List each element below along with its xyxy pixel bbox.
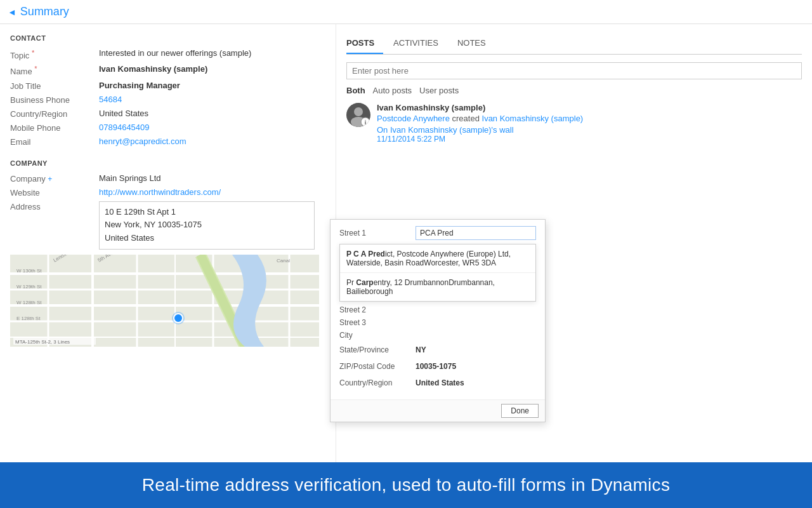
addr-label-street1: Street 1	[339, 229, 416, 237]
map-container: W 130th St W 129th St W 128th St E 128th…	[10, 255, 319, 347]
filter-row: Both Auto posts User posts	[346, 86, 802, 95]
address-popup-overlay: Street 1 P C A Predict, Postcode Anywher…	[330, 219, 546, 422]
addr-row-street1: Street 1	[339, 226, 536, 240]
addr-label-country-popup: Country/Region	[339, 378, 416, 387]
filter-user-posts[interactable]: User posts	[419, 86, 459, 95]
label-topic: Topic *	[10, 48, 99, 60]
post-author-name[interactable]: Ivan Komashinsky (sample)	[377, 103, 802, 112]
svg-rect-0	[10, 255, 319, 347]
post-wall-text[interactable]: On Ivan Komashinsky (sample)'s wall	[377, 125, 802, 135]
company-plus-icon[interactable]: +	[48, 175, 52, 184]
svg-text:Canal: Canal	[277, 258, 290, 264]
bottom-banner: Real-time address verification, used to …	[0, 462, 812, 508]
field-row-job-title: Job Title Purchasing Manager	[10, 81, 325, 91]
addr-value-street2	[416, 308, 536, 312]
avatar-icon: i	[346, 103, 370, 127]
done-row: Done	[331, 399, 545, 422]
addr-row-zip: ZIP/Postal Code 10035-1075	[339, 360, 536, 373]
svg-text:MTA-125th St-2, 3 Lines: MTA-125th St-2, 3 Lines	[15, 339, 70, 345]
svg-point-25	[174, 314, 183, 323]
autocomplete-prefix-2: Pr	[346, 278, 356, 287]
post-item: i Ivan Komashinsky (sample) Postcode Any…	[346, 103, 802, 144]
filter-auto-posts[interactable]: Auto posts	[373, 86, 412, 95]
value-mobile-phone[interactable]: 07894645409	[99, 123, 325, 132]
label-job-title: Job Title	[10, 81, 99, 91]
autocomplete-item-1[interactable]: P C A Predict, Postcode Anywhere (Europe…	[340, 244, 535, 273]
field-row-business-phone: Business Phone 54684	[10, 95, 325, 105]
label-address: Address	[10, 201, 99, 211]
addr-value-state: NY	[416, 344, 536, 356]
map-svg: W 130th St W 129th St W 128th St E 128th…	[10, 255, 319, 347]
value-country: United States	[99, 109, 325, 118]
addr-value-street3	[416, 321, 536, 324]
filter-both[interactable]: Both	[346, 86, 365, 95]
label-website: Website	[10, 187, 99, 197]
field-row-website: Website http://www.northwindtraders.com/	[10, 187, 325, 197]
address-popup: Street 1 P C A Predict, Postcode Anywher…	[330, 219, 546, 422]
done-button[interactable]: Done	[501, 404, 539, 418]
label-mobile-phone: Mobile Phone	[10, 123, 99, 133]
field-row-name: Name * Ivan Komashinsky (sample)	[10, 64, 325, 76]
svg-text:i: i	[365, 119, 367, 126]
svg-text:W 128th St: W 128th St	[16, 300, 42, 305]
value-email[interactable]: henryt@pcapredict.com	[99, 137, 325, 146]
value-topic: Interested in our newer offerings (sampl…	[99, 48, 325, 58]
value-name[interactable]: Ivan Komashinsky (sample)	[99, 64, 325, 74]
addr-label-street3: Street 3	[339, 318, 416, 327]
post-input[interactable]	[346, 62, 802, 79]
contact-section: CONTACT Topic * Interested in our newer …	[10, 34, 325, 147]
addr-label-zip: ZIP/Postal Code	[339, 362, 416, 371]
autocomplete-highlight-1: P C A Pred	[346, 250, 385, 258]
value-website[interactable]: http://www.northwindtraders.com/	[99, 187, 325, 197]
company-section-label: COMPANY	[10, 159, 325, 167]
summary-header: ◄ Summary	[0, 0, 812, 24]
svg-text:E 128th St: E 128th St	[16, 316, 41, 321]
addr-row-street3: Street 3	[339, 318, 536, 327]
autocomplete-dropdown: P C A Predict, Postcode Anywhere (Europe…	[339, 244, 536, 302]
tab-activities[interactable]: ACTIVITIES	[393, 34, 447, 54]
addr-label-city: City	[339, 331, 416, 340]
addr-value-zip: 10035-1075	[416, 360, 536, 373]
value-business-phone[interactable]: 54684	[99, 95, 325, 104]
addr-row-street2: Street 2	[339, 305, 536, 314]
tab-posts[interactable]: POSTS	[346, 34, 383, 54]
post-link-ivan[interactable]: Ivan Komashinsky (sample)	[482, 114, 584, 123]
post-body: Ivan Komashinsky (sample) Postcode Anywh…	[377, 103, 802, 144]
value-address[interactable]: 10 E 129th St Apt 1New York, NY 10035-10…	[99, 201, 315, 250]
addr-label-street2: Street 2	[339, 305, 416, 314]
field-row-topic: Topic * Interested in our newer offering…	[10, 48, 325, 60]
label-email: Email	[10, 137, 99, 147]
label-country: Country/Region	[10, 109, 99, 119]
field-row-email: Email henryt@pcapredict.com	[10, 137, 325, 147]
value-job-title: Purchasing Manager	[99, 81, 325, 90]
autocomplete-highlight-2: Carp	[356, 278, 373, 287]
post-avatar: i	[346, 103, 370, 127]
company-section: COMPANY Company + Main Springs Ltd Websi…	[10, 159, 325, 347]
tab-notes[interactable]: NOTES	[457, 34, 495, 54]
posts-tabs: POSTS ACTIVITIES NOTES	[346, 34, 802, 55]
field-row-country: Country/Region United States	[10, 109, 325, 119]
svg-text:W 129th St: W 129th St	[16, 284, 42, 290]
autocomplete-item-2[interactable]: Pr Carpentry, 12 DrumbannonDrumbannan, B…	[340, 273, 535, 301]
addr-value-city	[416, 333, 536, 337]
required-star-topic: *	[32, 49, 34, 57]
summary-title: Summary	[20, 5, 69, 18]
post-text-created: created	[452, 114, 482, 123]
addr-row-state: State/Province NY	[339, 344, 536, 356]
contact-section-label: CONTACT	[10, 34, 325, 42]
addr-input-street1[interactable]	[416, 226, 536, 240]
svg-text:W 130th St: W 130th St	[16, 268, 42, 274]
address-form: Street 1 P C A Predict, Postcode Anywher…	[331, 220, 545, 399]
post-text: Postcode Anywhere created Ivan Komashins…	[377, 112, 802, 125]
svg-point-27	[354, 107, 363, 116]
field-row-mobile-phone: Mobile Phone 07894645409	[10, 123, 325, 133]
required-star-name: *	[34, 65, 37, 72]
label-company: Company +	[10, 173, 99, 184]
main-content: ◄ Summary CONTACT Topic * Interested in …	[0, 0, 812, 508]
label-name: Name *	[10, 64, 99, 76]
post-link-postcode[interactable]: Postcode Anywhere	[377, 114, 450, 123]
field-row-address: Address 10 E 129th St Apt 1New York, NY …	[10, 201, 325, 250]
addr-value-country-popup: United States	[416, 377, 536, 389]
collapse-arrow-icon[interactable]: ◄	[8, 7, 16, 17]
field-row-company: Company + Main Springs Ltd	[10, 173, 325, 184]
